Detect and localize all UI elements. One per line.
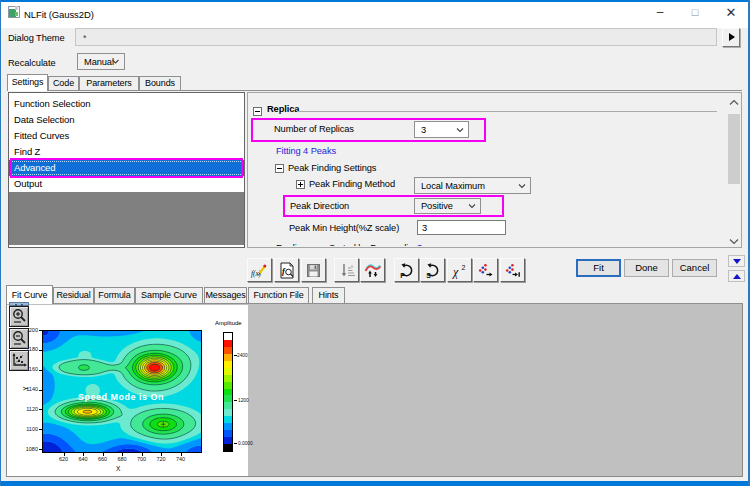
svg-text:χ: χ [452,265,459,279]
svg-text:P: P [400,272,405,279]
svg-text:2: 2 [462,264,466,271]
svg-text:S: S [426,272,431,279]
